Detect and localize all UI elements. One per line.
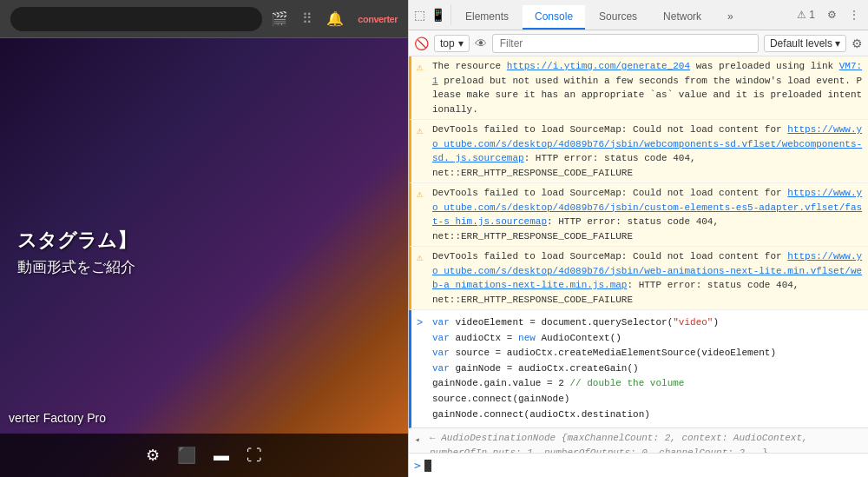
context-dropdown-icon: ▾ bbox=[458, 37, 464, 50]
warning-row-3: DevTools failed to load SourceMap: Could… bbox=[432, 186, 863, 243]
video-title-line1: スタグラム】 bbox=[17, 228, 136, 255]
warning-link-3[interactable]: https://www.yo utube.com/s/desktop/4d089… bbox=[432, 188, 862, 227]
bell-icon[interactable]: 🔔 bbox=[326, 10, 344, 27]
levels-label: Default levels bbox=[770, 37, 832, 50]
fullscreen-icon[interactable]: ⛶ bbox=[247, 447, 262, 465]
warning-icon-4: ⚠ bbox=[417, 250, 423, 266]
code-line-1: var videoElement = document.querySelecto… bbox=[432, 315, 863, 331]
eye-icon[interactable]: 👁 bbox=[475, 36, 487, 50]
warning-icon-2: ⚠ bbox=[417, 123, 423, 139]
brand-logo: converter bbox=[358, 14, 398, 24]
code-line-2: var audioCtx = new AudioContext() bbox=[432, 331, 863, 347]
video-brand-text: verter Factory Pro bbox=[9, 411, 106, 425]
devtools-tabs: Elements Console Sources Network » bbox=[451, 0, 793, 30]
inspect-icon[interactable]: ⬚ bbox=[414, 8, 425, 22]
code-input-block: > var videoElement = document.querySelec… bbox=[409, 310, 868, 428]
warning-message-3: ⚠ DevTools failed to load SourceMap: Cou… bbox=[409, 183, 868, 247]
warning-icon-1: ⚠ bbox=[417, 60, 423, 76]
video-overlay: スタグラム】 動画形式をご紹介 bbox=[17, 228, 136, 278]
settings-icon[interactable]: ⚙ bbox=[824, 7, 840, 23]
warning-count: 1 bbox=[809, 9, 815, 21]
warning-message-4: ⚠ DevTools failed to load SourceMap: Cou… bbox=[409, 247, 868, 310]
pip-icon[interactable]: ⬛ bbox=[177, 446, 196, 465]
code-line-4: var gainNode = audioCtx.createGain() bbox=[432, 361, 863, 377]
toolbar-icons: 🎬 ⠿ 🔔 converter bbox=[271, 10, 398, 27]
tab-console[interactable]: Console bbox=[523, 5, 585, 30]
video-title-line2: 動画形式をご紹介 bbox=[17, 258, 136, 278]
more-icon[interactable]: ⋮ bbox=[845, 7, 863, 23]
warning-link-4[interactable]: https://www.yo utube.com/s/desktop/4d089… bbox=[432, 251, 862, 290]
console-input-line[interactable]: > bbox=[409, 453, 868, 477]
devtools-panel: ⬚ 📱 Elements Console Sources Network » ⚠… bbox=[408, 0, 868, 477]
levels-dropdown-icon: ▾ bbox=[835, 37, 840, 50]
settings-icon[interactable]: ⚙ bbox=[146, 446, 160, 465]
device-icon[interactable]: 📱 bbox=[431, 8, 445, 22]
console-cursor bbox=[424, 460, 431, 472]
browser-toolbar: 🎬 ⠿ 🔔 converter bbox=[0, 0, 408, 38]
levels-button[interactable]: Default levels ▾ bbox=[764, 35, 846, 52]
address-bar[interactable] bbox=[10, 7, 262, 31]
devtools-tab-icons: ⚠ 1 ⚙ ⋮ bbox=[793, 7, 868, 23]
warning-text-1: The resource https://i.ytimg.com/generat… bbox=[432, 61, 862, 115]
grid-icon[interactable]: ⠿ bbox=[302, 10, 312, 27]
video-controls: ⚙ ⬛ ▬ ⛶ bbox=[0, 434, 408, 477]
theater-icon[interactable]: ▬ bbox=[214, 447, 229, 465]
code-line-7: gainNode.connect(audioCtx.destination) bbox=[432, 407, 863, 423]
warning-text-4: DevTools failed to load SourceMap: Could… bbox=[432, 251, 862, 305]
clear-console-icon[interactable]: 🚫 bbox=[414, 36, 429, 50]
warning-row-2: DevTools failed to load SourceMap: Could… bbox=[432, 123, 863, 180]
video-area: スタグラム】 動画形式をご紹介 verter Factory Pro ⚙ ⬛ ▬… bbox=[0, 38, 408, 477]
collapse-icon: ◂ bbox=[414, 434, 419, 447]
video-camera-icon[interactable]: 🎬 bbox=[271, 10, 288, 27]
code-line-5: gainNode.gain.value = 2 // double the vo… bbox=[432, 376, 863, 392]
console-prompt-icon: > bbox=[414, 459, 421, 472]
code-line-3: var source = audioCtx.createMediaElement… bbox=[432, 346, 863, 361]
devtools-side-icons: ⬚ 📱 bbox=[409, 4, 451, 25]
console-toolbar: 🚫 top ▾ 👁 Default levels ▾ ⚙ bbox=[409, 30, 868, 56]
output-block: ◂ ← AudioDestinationNode {maxChannelCoun… bbox=[409, 428, 868, 453]
warning-text-2: DevTools failed to load SourceMap: Could… bbox=[432, 124, 862, 178]
console-messages: ⚠ The resource https://i.ytimg.com/gener… bbox=[409, 56, 868, 453]
console-settings-icon[interactable]: ⚙ bbox=[852, 36, 863, 50]
warning-message-1: ⚠ The resource https://i.ytimg.com/gener… bbox=[409, 56, 868, 120]
warning-message-2: ⚠ DevTools failed to load SourceMap: Cou… bbox=[409, 120, 868, 183]
context-label: top bbox=[440, 37, 455, 50]
prompt-icon: > bbox=[417, 315, 423, 331]
devtools-top-row: ⬚ 📱 Elements Console Sources Network » ⚠… bbox=[409, 0, 868, 30]
warning-row-4: DevTools failed to load SourceMap: Could… bbox=[432, 249, 863, 307]
warning-link-1[interactable]: https://i.ytimg.com/generate_204 bbox=[507, 61, 690, 71]
tab-network[interactable]: Network bbox=[651, 5, 713, 30]
code-line-6: source.connect(gainNode) bbox=[432, 392, 863, 407]
tab-elements[interactable]: Elements bbox=[453, 5, 521, 30]
warning-link-2[interactable]: https://www.yo utube.com/s/desktop/4d089… bbox=[432, 124, 862, 163]
warning-text-3: DevTools failed to load SourceMap: Could… bbox=[432, 188, 862, 242]
warning-badge: ⚠ 1 bbox=[793, 7, 819, 23]
warning-icon-3: ⚠ bbox=[417, 187, 423, 202]
context-selector[interactable]: top ▾ bbox=[434, 35, 470, 52]
browser-panel: 🎬 ⠿ 🔔 converter スタグラム】 動画形式をご紹介 verter F… bbox=[0, 0, 408, 477]
output-text: ← AudioDestinationNode {maxChannelCount:… bbox=[430, 431, 863, 453]
tab-more[interactable]: » bbox=[715, 5, 746, 30]
warning-row-1: The resource https://i.ytimg.com/generat… bbox=[432, 59, 863, 116]
filter-input[interactable] bbox=[492, 34, 759, 53]
tab-sources[interactable]: Sources bbox=[587, 5, 649, 30]
